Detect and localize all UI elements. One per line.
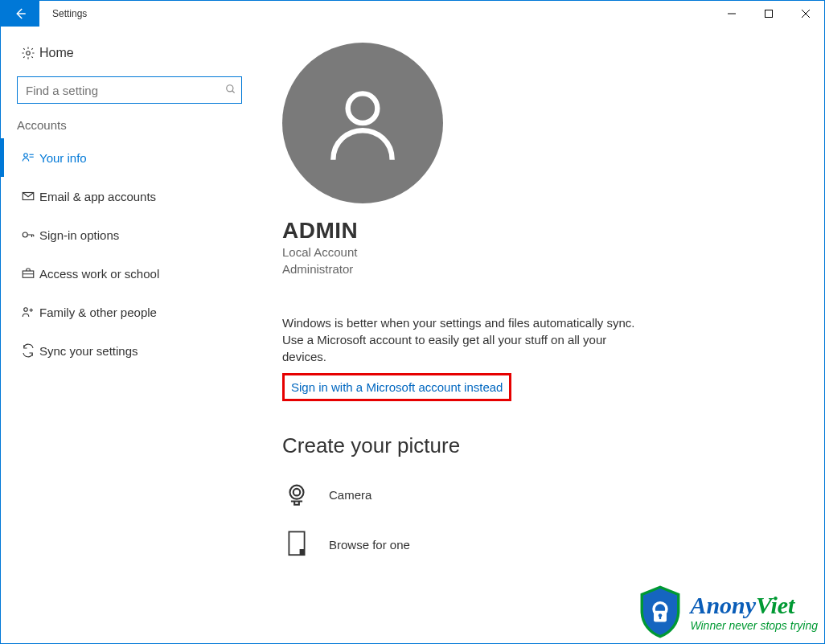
highlight-box: Sign in with a Microsoft account instead bbox=[282, 373, 511, 401]
sidebar-item-label: Sync your settings bbox=[39, 344, 138, 358]
sidebar-item-your-info[interactable]: Your info bbox=[1, 138, 258, 177]
svg-point-11 bbox=[23, 232, 27, 237]
window-controls bbox=[713, 1, 824, 27]
sidebar-item-access-work-school[interactable]: Access work or school bbox=[1, 254, 258, 293]
svg-point-7 bbox=[24, 154, 28, 158]
svg-point-13 bbox=[24, 308, 28, 312]
svg-point-17 bbox=[290, 486, 304, 499]
sidebar-home[interactable]: Home bbox=[1, 43, 258, 73]
svg-point-16 bbox=[348, 93, 378, 123]
sidebar-item-family-people[interactable]: Family & other people bbox=[1, 293, 258, 331]
svg-point-4 bbox=[27, 51, 31, 55]
minimize-button[interactable] bbox=[713, 1, 750, 27]
window-title: Settings bbox=[39, 8, 87, 19]
sidebar: Home Accounts Your info Email & app acco… bbox=[1, 27, 258, 643]
maximize-button[interactable] bbox=[750, 1, 787, 27]
svg-rect-20 bbox=[300, 549, 305, 555]
person-card-icon bbox=[17, 150, 39, 165]
close-button[interactable] bbox=[787, 1, 824, 27]
search-icon bbox=[225, 84, 236, 97]
picture-option-label: Camera bbox=[329, 488, 371, 502]
camera-icon bbox=[282, 481, 311, 508]
account-name: ADMIN bbox=[282, 218, 800, 244]
titlebar: Settings bbox=[1, 1, 824, 27]
create-picture-heading: Create your picture bbox=[282, 433, 800, 458]
minimize-icon bbox=[727, 9, 737, 18]
search-input[interactable] bbox=[24, 83, 225, 98]
account-type: Local Account bbox=[282, 244, 800, 260]
briefcase-icon bbox=[17, 266, 39, 281]
browse-icon bbox=[282, 530, 311, 559]
people-icon bbox=[17, 305, 39, 319]
sidebar-item-label: Your info bbox=[39, 151, 87, 165]
account-role: Administrator bbox=[282, 260, 800, 277]
svg-point-5 bbox=[227, 84, 233, 91]
maximize-icon bbox=[764, 9, 774, 18]
svg-rect-1 bbox=[765, 10, 773, 18]
sidebar-item-label: Access work or school bbox=[39, 267, 159, 281]
sidebar-section-header: Accounts bbox=[1, 118, 258, 138]
person-icon bbox=[318, 79, 407, 167]
sidebar-item-email-accounts[interactable]: Email & app accounts bbox=[1, 177, 258, 215]
svg-line-6 bbox=[232, 90, 235, 92]
sidebar-item-sync-settings[interactable]: Sync your settings bbox=[1, 331, 258, 370]
sync-icon bbox=[17, 343, 39, 358]
back-button[interactable] bbox=[1, 1, 39, 27]
sync-prompt-text: Windows is better when your settings and… bbox=[282, 314, 652, 365]
sidebar-item-label: Sign-in options bbox=[39, 228, 119, 242]
close-icon bbox=[801, 9, 811, 18]
gear-icon bbox=[17, 46, 39, 60]
sidebar-item-label: Family & other people bbox=[39, 306, 157, 319]
sidebar-item-label: Email & app accounts bbox=[39, 190, 156, 203]
sign-in-ms-account-link[interactable]: Sign in with a Microsoft account instead bbox=[291, 380, 503, 394]
sidebar-item-sign-in-options[interactable]: Sign-in options bbox=[1, 215, 258, 254]
key-icon bbox=[17, 228, 39, 242]
back-arrow-icon bbox=[13, 6, 27, 21]
main-panel: ADMIN Local Account Administrator Window… bbox=[258, 27, 824, 643]
search-box[interactable] bbox=[17, 76, 242, 104]
avatar bbox=[282, 43, 443, 203]
mail-icon bbox=[17, 189, 39, 203]
svg-point-18 bbox=[293, 489, 301, 496]
home-label: Home bbox=[39, 46, 74, 60]
picture-option-label: Browse for one bbox=[329, 538, 410, 552]
picture-option-browse[interactable]: Browse for one bbox=[282, 519, 800, 569]
picture-option-camera[interactable]: Camera bbox=[282, 470, 800, 519]
